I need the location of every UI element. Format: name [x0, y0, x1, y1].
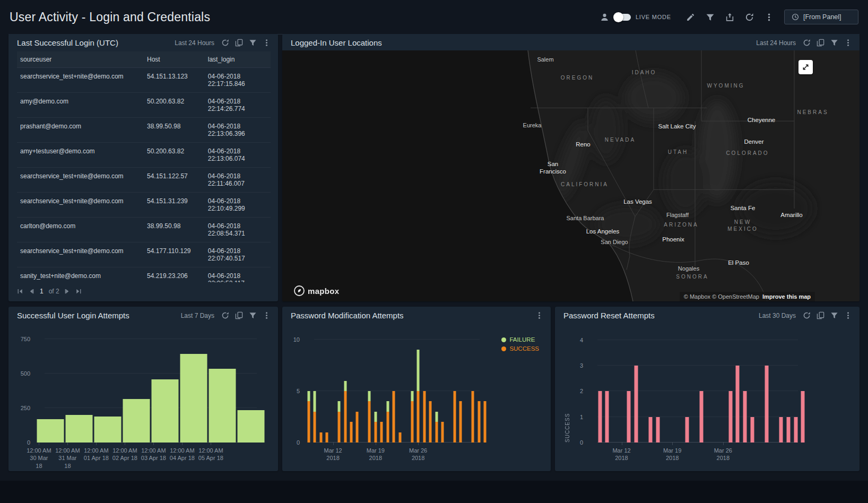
- chart-bar[interactable]: [338, 401, 341, 443]
- map-canvas[interactable]: SalemOREGONIDAHOWYOMINGNEBRASEurekaSalt …: [282, 50, 860, 301]
- chart-bar[interactable]: [649, 417, 653, 443]
- filter-icon[interactable]: [249, 311, 257, 319]
- table-row[interactable]: carlton@demo.com38.99.50.9804-06-2018 22…: [17, 218, 271, 242]
- chart-bar[interactable]: [765, 366, 768, 443]
- column-header-host[interactable]: Host: [144, 51, 205, 67]
- chart-bar[interactable]: [605, 391, 609, 443]
- refresh-icon[interactable]: [221, 39, 229, 47]
- kebab-menu-icon[interactable]: [263, 311, 271, 319]
- chart-bar[interactable]: [478, 401, 480, 443]
- chart-bar[interactable]: [94, 417, 121, 443]
- copy-icon[interactable]: [817, 311, 824, 319]
- chart-bar[interactable]: [472, 391, 474, 443]
- chart-bar[interactable]: [380, 422, 383, 443]
- chart-bar[interactable]: [319, 432, 322, 443]
- table-row[interactable]: searchservice_test+nite@demo.com54.151.1…: [17, 68, 271, 93]
- chart-bar[interactable]: [699, 391, 703, 443]
- table-row[interactable]: searchservice_test+nite@demo.com54.177.1…: [17, 242, 271, 267]
- chart-bar[interactable]: [743, 391, 747, 443]
- chart-bar[interactable]: [656, 417, 659, 443]
- time-range-selector[interactable]: [From Panel]: [784, 10, 858, 24]
- chart-bar[interactable]: [66, 415, 93, 443]
- chart-bar[interactable]: [123, 399, 150, 443]
- chart-bar[interactable]: [685, 417, 689, 443]
- chart-bar[interactable]: [368, 391, 371, 443]
- chart-bar[interactable]: [386, 401, 389, 443]
- last-page-icon[interactable]: [75, 288, 82, 294]
- filter-icon[interactable]: [830, 39, 838, 47]
- chart-bar[interactable]: [484, 401, 487, 443]
- kebab-menu-icon[interactable]: [765, 13, 774, 22]
- table-row[interactable]: searchservice_test+nite@demo.com54.151.3…: [17, 193, 271, 218]
- chart-bar[interactable]: [374, 412, 377, 443]
- chart-bar[interactable]: [344, 381, 346, 443]
- table-row[interactable]: amy+testuser@demo.com50.200.63.8204-06-2…: [17, 143, 271, 168]
- kebab-menu-icon[interactable]: [263, 39, 271, 47]
- chart-bar[interactable]: [459, 401, 462, 443]
- chart-bar[interactable]: [307, 391, 310, 443]
- x-tick-label: 12:00 AM30 Mar18: [27, 447, 51, 470]
- chart-bar[interactable]: [736, 366, 740, 443]
- legend-item[interactable]: FAILURE: [501, 336, 539, 343]
- edit-icon[interactable]: [686, 13, 695, 22]
- chart-bar[interactable]: [598, 391, 602, 443]
- copy-icon[interactable]: [235, 39, 243, 47]
- copy-icon[interactable]: [817, 39, 824, 47]
- table-row[interactable]: sanity_test+nite@demo.com54.219.23.20604…: [17, 267, 271, 282]
- chart-bar[interactable]: [794, 417, 797, 443]
- chart-bar[interactable]: [441, 422, 444, 443]
- chart-bar[interactable]: [152, 379, 179, 443]
- filter-icon[interactable]: [249, 39, 257, 47]
- chart-bar[interactable]: [779, 417, 783, 443]
- filter-icon[interactable]: [830, 311, 838, 319]
- chart-bar[interactable]: [314, 391, 316, 443]
- chart-bar[interactable]: [326, 432, 328, 443]
- chart-bar[interactable]: [238, 410, 265, 443]
- chart-bar[interactable]: [453, 391, 456, 443]
- fullscreen-button[interactable]: [798, 60, 813, 74]
- chart-bar[interactable]: [801, 391, 805, 443]
- share-icon[interactable]: [725, 13, 734, 22]
- chart-bar[interactable]: [423, 391, 426, 443]
- refresh-icon[interactable]: [803, 39, 811, 47]
- column-header-last-login[interactable]: last_login: [205, 51, 271, 67]
- first-page-icon[interactable]: [17, 288, 23, 294]
- chart-bar[interactable]: [37, 419, 64, 443]
- current-page[interactable]: 1: [40, 288, 44, 295]
- chart-bar[interactable]: [627, 391, 631, 443]
- kebab-menu-icon[interactable]: [844, 311, 852, 319]
- table-row[interactable]: searchservice_test+nite@demo.com54.151.1…: [17, 168, 271, 193]
- next-page-icon[interactable]: [64, 288, 71, 294]
- improve-map-link[interactable]: Improve this map: [762, 293, 811, 300]
- table-row[interactable]: prashant@demo.com38.99.50.9804-06-2018 2…: [17, 118, 271, 143]
- mapbox-logo[interactable]: mapbox: [294, 285, 339, 296]
- filter-icon[interactable]: [706, 13, 715, 22]
- chart-bar[interactable]: [356, 412, 359, 443]
- legend-item[interactable]: SUCCESS: [501, 345, 539, 352]
- previous-page-icon[interactable]: [28, 288, 34, 294]
- chart-bar[interactable]: [786, 417, 790, 443]
- kebab-menu-icon[interactable]: [844, 39, 852, 47]
- y-tick-label: 0: [580, 439, 583, 446]
- kebab-menu-icon[interactable]: [535, 311, 543, 319]
- chart-bar[interactable]: [398, 432, 401, 443]
- chart-bar[interactable]: [429, 401, 432, 443]
- refresh-icon[interactable]: [221, 311, 229, 319]
- chart-bar[interactable]: [417, 350, 420, 443]
- chart-bar[interactable]: [750, 417, 754, 443]
- chart-bar[interactable]: [350, 422, 353, 443]
- refresh-icon[interactable]: [803, 311, 811, 319]
- chart-bar[interactable]: [411, 391, 413, 443]
- chart-bar[interactable]: [728, 391, 732, 443]
- refresh-icon[interactable]: [745, 13, 754, 22]
- table-row[interactable]: amy@demo.com50.200.63.8204-06-2018 22:14…: [17, 93, 271, 118]
- attribution-text[interactable]: © Mapbox © OpenStreetMap: [684, 293, 759, 300]
- chart-bar[interactable]: [634, 366, 638, 443]
- copy-icon[interactable]: [235, 311, 243, 319]
- chart-bar[interactable]: [180, 354, 207, 443]
- column-header-sourceuser[interactable]: sourceuser: [17, 51, 144, 67]
- chart-bar[interactable]: [435, 412, 438, 443]
- chart-bar[interactable]: [393, 391, 395, 443]
- live-mode-toggle[interactable]: [614, 14, 631, 21]
- chart-bar[interactable]: [209, 369, 236, 443]
